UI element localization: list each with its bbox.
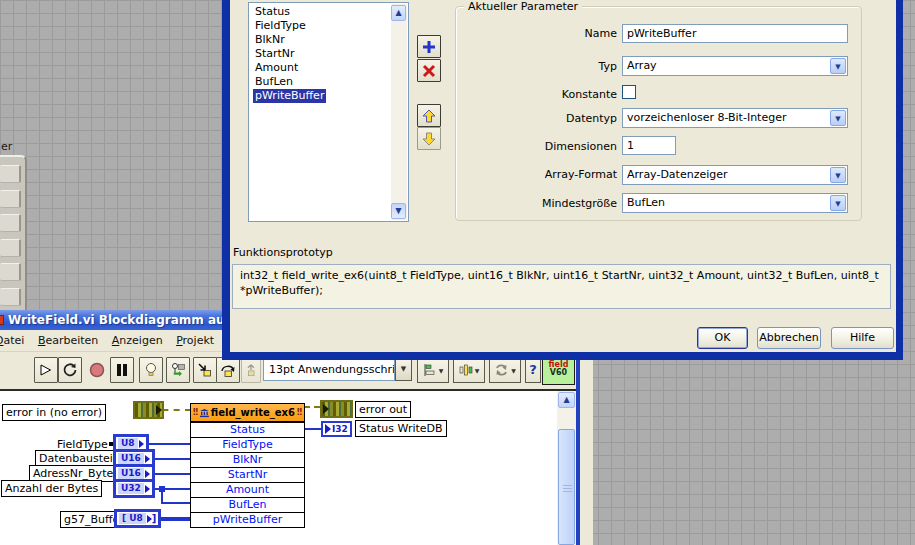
node-row-buflen[interactable]: BufLen (191, 497, 304, 512)
chevron-down-icon[interactable]: ▼ (830, 167, 846, 183)
cancel-button[interactable]: Abbrechen (757, 327, 821, 349)
input-terminal-amount[interactable]: U32 (113, 479, 155, 498)
call-library-function-dialog: Status FieldType BlkNr StartNr Amount Bu… (222, 0, 903, 360)
list-item: Status (253, 5, 408, 19)
run-continuous-button[interactable] (58, 357, 82, 383)
listbox-scrollbar[interactable]: ▲ ▲ (391, 4, 407, 220)
terminal-arrow-icon (145, 455, 150, 463)
terminal-arrow-icon (147, 515, 152, 523)
terminal-arrow-icon (145, 470, 150, 478)
chevron-down-icon[interactable]: ▼ (830, 110, 846, 126)
distribute-objects-button[interactable]: ▼ (453, 357, 485, 383)
node-row-status[interactable]: Status (191, 422, 304, 437)
abort-button[interactable] (86, 357, 108, 383)
distribute-objects-icon (459, 363, 473, 377)
stack-bar (0, 263, 21, 281)
diagram-vertical-scrollbar[interactable]: ▲ (557, 391, 576, 545)
input-terminal-pwritebuffer[interactable]: U8 (114, 509, 161, 528)
scroll-up-button[interactable]: ▲ (558, 392, 575, 408)
menu-datei[interactable]: Datei (0, 333, 29, 348)
distribute-caret: ▼ (475, 367, 480, 374)
scroll-thumb[interactable] (558, 429, 575, 545)
context-help-button[interactable]: ? (525, 357, 541, 383)
typ-label: Typ (465, 60, 617, 73)
input-label-anzahl-der-bytes[interactable]: Anzahl der Bytes (1, 480, 102, 497)
terminal-arrow-icon (325, 424, 331, 434)
run-continuous-icon (62, 362, 78, 378)
help-button[interactable]: Hilfe (831, 327, 894, 349)
plus-icon (422, 40, 436, 54)
status-writedb-terminal[interactable]: I32 (321, 421, 352, 437)
status-writedb-label[interactable]: Status WriteDB (355, 420, 447, 437)
reorder-caret: ▼ (511, 367, 516, 374)
step-into-button[interactable] (193, 357, 217, 383)
dimensionen-label: Dimensionen (465, 140, 617, 153)
run-button[interactable] (34, 357, 58, 383)
pause-button[interactable] (110, 357, 134, 383)
error-out-label[interactable]: error out (355, 401, 411, 418)
font-selector-dropdown-button[interactable]: ▼ (395, 358, 412, 381)
add-parameter-button[interactable] (417, 35, 441, 58)
terminal-type: U8 (119, 513, 146, 524)
retain-wire-values-icon (170, 362, 186, 378)
prototype-text: int32_t field_write_ex6(uint8_t FieldTyp… (232, 264, 891, 309)
reorder-button[interactable]: ▼ (489, 357, 521, 383)
menu-anzeigen[interactable]: Anzeigen (107, 333, 168, 348)
array-format-select[interactable]: Array-Datenzeiger ▼ (622, 165, 848, 185)
library-icon (200, 407, 209, 419)
chevron-down-icon[interactable]: ▼ (830, 195, 846, 211)
delete-parameter-button[interactable] (417, 59, 441, 82)
parameter-listbox[interactable]: Status FieldType BlkNr StartNr Amount Bu… (248, 2, 409, 222)
list-item-selected: pWriteBuffer (253, 89, 408, 103)
list-item: Amount (253, 61, 408, 75)
call-library-node[interactable]: ‼ field_write_ex6 ‼ Status FieldType Blk… (190, 403, 305, 528)
terminal-type: U32 (118, 483, 144, 494)
node-row-blknr[interactable]: BlkNr (191, 452, 304, 467)
highlight-execution-button[interactable] (139, 357, 163, 383)
name-input[interactable]: pWriteBuffer (622, 24, 848, 43)
step-into-icon (197, 362, 213, 378)
ok-button[interactable]: OK (697, 327, 748, 349)
node-row-startnr[interactable]: StartNr (191, 467, 304, 482)
datentyp-label: Datentyp (465, 112, 617, 125)
retain-wire-values-button[interactable] (166, 357, 190, 383)
menu-projekt[interactable]: Projekt (171, 333, 219, 348)
step-over-button[interactable] (216, 357, 240, 383)
wire-junction-dot (159, 486, 165, 492)
step-out-button[interactable] (241, 357, 261, 383)
node-row-fieldtype[interactable]: FieldType (191, 437, 304, 452)
stack-bar (0, 239, 21, 257)
error-in-terminal[interactable] (133, 401, 164, 419)
mindestgroesse-label: Mindestgröße (465, 197, 617, 210)
stack-bar (0, 190, 21, 208)
list-item: FieldType (253, 19, 408, 33)
typ-select[interactable]: Array ▼ (622, 56, 848, 76)
lightbulb-icon (143, 362, 159, 378)
datentyp-select[interactable]: vorzeichenloser 8-Bit-Integer ▼ (622, 108, 848, 128)
node-row-amount[interactable]: Amount (191, 482, 304, 497)
move-down-button[interactable] (417, 127, 441, 150)
menu-bearbeiten[interactable]: Bearbeiten (33, 333, 103, 348)
prototype-label: Funktionsprototyp (233, 246, 333, 259)
move-up-button[interactable] (417, 104, 441, 127)
konstante-checkbox[interactable] (622, 85, 636, 99)
node-title: field_write_ex6 (211, 407, 295, 418)
dimensionen-input[interactable]: 1 (622, 136, 676, 155)
scroll-grip (563, 485, 572, 493)
error-out-terminal[interactable] (320, 400, 353, 418)
window-title: WriteField.vi Blockdiagramm auf A (8, 313, 243, 327)
up-arrow-icon (422, 109, 436, 123)
chevron-down-icon[interactable]: ▼ (830, 58, 846, 74)
error-in-label[interactable]: error in (no error) (2, 404, 106, 421)
align-caret: ▼ (439, 367, 444, 374)
node-row-pwritebuffer[interactable]: pWriteBuffer (191, 512, 304, 527)
delete-x-icon (422, 64, 436, 78)
align-objects-button[interactable]: ▼ (417, 357, 449, 383)
listbox-scroll-down-button[interactable]: ▲ (391, 203, 406, 219)
font-selector[interactable]: 13pt Anwendungsschriftart (263, 358, 395, 381)
listbox-scroll-up-button[interactable]: ▲ (391, 5, 406, 21)
error-check-mark-icon: ‼ (297, 409, 302, 417)
mindestgroesse-select[interactable]: BufLen ▼ (622, 193, 848, 213)
stack-bar (0, 288, 21, 306)
terminal-type: U8 (118, 438, 138, 449)
